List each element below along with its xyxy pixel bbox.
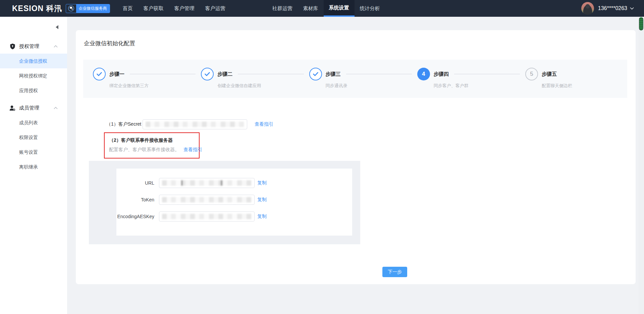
step-connector	[346, 74, 412, 74]
step-3-desc: 同步通讯录	[326, 83, 347, 89]
top-navbar: KESION 科汛 企业微信服务商 首页 客户获取 客户管理 客户运营 社群运营…	[0, 0, 644, 17]
step-3-label: 步骤三	[326, 71, 341, 77]
sidebar-collapse-icon[interactable]	[56, 25, 58, 29]
aeskey-input[interactable]	[159, 211, 255, 222]
step-5-label: 步骤五	[542, 71, 557, 77]
masked-value	[162, 180, 252, 186]
sidebar-item-permission-settings[interactable]: 权限设置	[0, 130, 67, 145]
sidebar-group-authorization: 授权管理 企业微信授权 网校授权绑定 应用授权	[0, 39, 67, 98]
url-copy-link[interactable]: 复制	[257, 180, 267, 186]
sidebar-group-header-authorization[interactable]: 授权管理	[0, 39, 67, 54]
sidebar-collapse-row	[0, 22, 67, 32]
step-connector	[130, 74, 196, 74]
masked-value	[146, 122, 244, 127]
masked-value	[162, 214, 252, 219]
annotation-red-box: （2）客户联系事件接收服务器 配置客户、客户联系事件接收器。 查看指引	[104, 132, 200, 159]
page-title: 企业微信初始化配置	[76, 30, 636, 47]
step-2-label: 步骤二	[217, 71, 232, 77]
step-3: 步骤三 同步通讯录	[309, 68, 341, 80]
step-5-number: 5	[525, 68, 538, 80]
chevron-up-icon	[54, 45, 58, 48]
customer-secret-row: （1）客户Secret 查看指引	[106, 119, 636, 129]
step-4-label: 步骤四	[434, 71, 449, 77]
customer-secret-label: （1）客户Secret	[106, 121, 141, 127]
member-icon	[9, 105, 15, 111]
nav-item-customer-operation[interactable]: 客户运营	[200, 0, 231, 17]
section2-heading: （2）客户联系事件接收服务器	[109, 137, 199, 143]
sidebar: 授权管理 企业微信授权 网校授权绑定 应用授权 成员管理	[0, 17, 67, 314]
user-menu[interactable]: 136****0263	[581, 2, 634, 15]
nav-item-statistics[interactable]: 统计分析	[355, 0, 385, 17]
step-2-check-icon	[201, 68, 214, 80]
step-wizard: 步骤一 绑定企业微信第三方 步骤二 创建企业微信自建应用 步骤三	[83, 60, 627, 98]
sidebar-item-app-authorization[interactable]: 应用授权	[0, 83, 67, 98]
scrollbar-thumb[interactable]	[639, 17, 643, 30]
sidebar-group-header-members[interactable]: 成员管理	[0, 101, 67, 115]
step-5: 5 步骤五 配置聊天侧边栏	[525, 68, 557, 80]
content-card: 企业微信初始化配置 步骤一 绑定企业微信第三方 步骤二 创建企业微信自	[76, 30, 636, 284]
sidebar-item-member-list[interactable]: 成员列表	[0, 115, 67, 130]
sidebar-group-label: 成员管理	[19, 105, 39, 111]
server-config-card: URL 复制 ToKen 复制 Encoding	[116, 169, 352, 236]
aeskey-label: EncodingAESKey	[116, 214, 154, 219]
sidebar-group-members: 成员管理 成员列表 权限设置 账号设置 离职继承	[0, 101, 67, 174]
nav-item-customer-acquisition[interactable]: 客户获取	[138, 0, 169, 17]
sidebar-item-resignation-inheritance[interactable]: 离职继承	[0, 160, 67, 174]
masked-value	[162, 197, 252, 202]
chevron-down-icon	[630, 7, 634, 10]
user-phone: 136****0263	[598, 5, 627, 11]
nav-item-material-library[interactable]: 素材库	[298, 0, 324, 17]
nav-item-customer-management[interactable]: 客户管理	[169, 0, 200, 17]
logo: KESION 科汛	[12, 3, 62, 14]
token-field-row: ToKen 复制	[116, 195, 352, 205]
token-copy-link[interactable]: 复制	[257, 197, 267, 203]
step-1-label: 步骤一	[109, 71, 124, 77]
sidebar-group-label: 授权管理	[19, 43, 39, 50]
step-4-desc: 同步客户、客户群	[434, 83, 469, 89]
shield-icon	[9, 43, 15, 50]
nav-item-home[interactable]: 首页	[117, 0, 138, 17]
url-input[interactable]	[159, 178, 255, 188]
step-2-desc: 创建企业微信自建应用	[217, 83, 261, 89]
step-4-number: 4	[417, 68, 430, 80]
config-form: （1）客户Secret 查看指引 （2）客户联系事件接收服务器 配置客户、客户联…	[76, 119, 636, 277]
secret-guide-link[interactable]: 查看指引	[255, 121, 273, 127]
aeskey-copy-link[interactable]: 复制	[257, 213, 267, 219]
step-3-check-icon	[309, 68, 322, 80]
nav-item-system-settings[interactable]: 系统设置	[324, 0, 355, 17]
step-5-desc: 配置聊天侧边栏	[542, 83, 572, 89]
url-field-row: URL 复制	[116, 178, 352, 188]
step-1: 步骤一 绑定企业微信第三方	[93, 68, 124, 80]
token-input[interactable]	[159, 195, 255, 205]
wechat-bubble-icon	[66, 4, 76, 13]
avatar[interactable]	[581, 2, 594, 15]
step-connector	[454, 74, 520, 74]
section2-desc: 配置客户、客户联系事件接收器。	[109, 147, 179, 153]
step-1-desc: 绑定企业微信第三方	[109, 83, 149, 89]
url-label: URL	[116, 180, 154, 186]
nav-item-community-operation[interactable]: 社群运营	[267, 0, 298, 17]
token-label: ToKen	[116, 197, 154, 202]
chevron-up-icon	[54, 107, 58, 109]
sidebar-item-school-auth-binding[interactable]: 网校授权绑定	[0, 68, 67, 83]
step-1-check-icon	[93, 68, 106, 80]
server-config-panel: URL 复制 ToKen 复制 Encoding	[89, 161, 360, 244]
section2-guide-link[interactable]: 查看指引	[183, 147, 202, 153]
step-connector	[238, 74, 304, 74]
main-nav: 首页 客户获取 客户管理 客户运营 社群运营 素材库 系统设置 统计分析	[117, 0, 385, 17]
sidebar-item-wecom-authorization[interactable]: 企业微信授权	[0, 54, 67, 68]
aeskey-field-row: EncodingAESKey 复制	[116, 211, 352, 222]
main-area: 企业微信初始化配置 步骤一 绑定企业微信第三方 步骤二 创建企业微信自	[67, 17, 644, 314]
page-scrollbar[interactable]	[638, 17, 644, 314]
wecom-provider-badge-label: 企业微信服务商	[76, 4, 110, 13]
next-step-button[interactable]: 下一步	[382, 267, 407, 277]
step-4: 4 步骤四 同步客户、客户群	[417, 68, 449, 80]
customer-secret-input[interactable]	[143, 119, 247, 129]
step-2: 步骤二 创建企业微信自建应用	[201, 68, 232, 80]
wecom-provider-badge: 企业微信服务商	[66, 4, 110, 13]
sidebar-item-account-settings[interactable]: 账号设置	[0, 145, 67, 160]
